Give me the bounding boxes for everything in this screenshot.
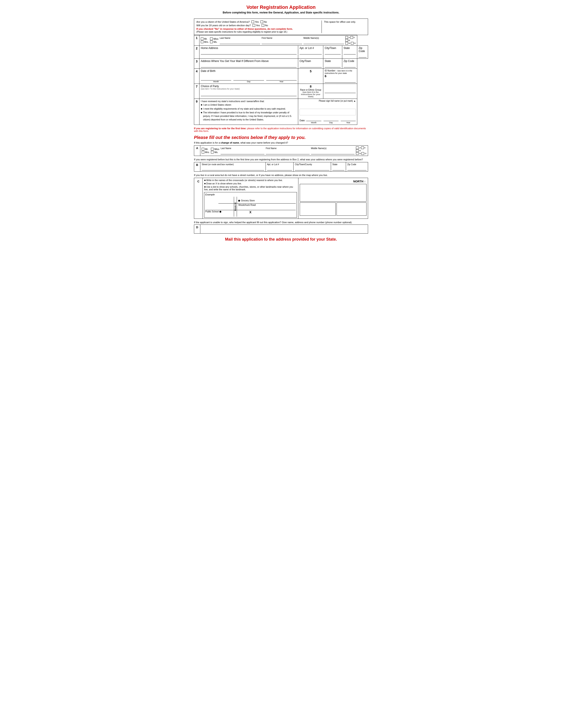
a-jr-checkbox[interactable] bbox=[356, 146, 358, 149]
yes2-checkbox[interactable] bbox=[253, 24, 255, 27]
map-draw-bottom-left[interactable] bbox=[300, 202, 335, 216]
row78: 7 Choice of Party (see item 7 in the ins… bbox=[194, 84, 368, 99]
a-suffix3-checkbox[interactable] bbox=[356, 149, 358, 152]
oath1: I am a United States citizen bbox=[203, 103, 231, 107]
suffix3-checkbox[interactable] bbox=[345, 39, 348, 42]
mrs-checkbox[interactable] bbox=[201, 41, 204, 43]
grocery-store: Grocery Store bbox=[238, 199, 255, 202]
change-name-note: If this application is for a change of n… bbox=[194, 141, 368, 144]
section-d-table: D bbox=[194, 225, 368, 234]
a-mr-checkbox[interactable] bbox=[202, 148, 204, 150]
row4-number: 4 bbox=[194, 69, 200, 84]
party-label: Choice of Party bbox=[201, 85, 296, 88]
age-note: (Please see state-specific instructions … bbox=[196, 31, 319, 33]
apt-lot-label: Apt. or Lot # bbox=[299, 47, 322, 50]
party-note: (see item 7 in the instructions for your… bbox=[201, 88, 296, 90]
city-town-label2: City/Town bbox=[324, 47, 341, 50]
sr-checkbox[interactable] bbox=[345, 42, 348, 45]
a-miss-checkbox[interactable] bbox=[211, 148, 214, 150]
month-label9: Month bbox=[306, 122, 321, 124]
section-c-table: C ■ Write in the names of the crossroads… bbox=[194, 178, 368, 219]
c-bullet2: ■ Draw an X to show where you live. bbox=[204, 182, 297, 185]
a-last-name-label: Last Name bbox=[221, 147, 265, 150]
section-d-note: If the applicant is unable to sign, who … bbox=[194, 221, 368, 224]
b-zip-label: Zip Code bbox=[347, 163, 366, 166]
race-label: Race or Ethnic Group bbox=[299, 89, 322, 91]
a-suffix4-checkbox[interactable] bbox=[361, 152, 364, 155]
id-label: ID Number - See item 6 in the instructio… bbox=[324, 69, 356, 74]
zip-code-label2: Zip Code bbox=[358, 47, 366, 53]
row3-mail-address: 3 Address Where You Get Your Mail If Dif… bbox=[194, 59, 368, 69]
citizen-question2: Will you be 18 years old on or before el… bbox=[196, 24, 251, 27]
a-mrs-checkbox[interactable] bbox=[202, 151, 204, 153]
middle-name-label: Middle Name(s) bbox=[303, 37, 344, 39]
row9-oath: 9 I have reviewed my state's instruction… bbox=[194, 99, 368, 125]
section-c-label: C bbox=[194, 178, 203, 219]
row9-number: 9 bbox=[194, 99, 200, 125]
row5-number: 5 bbox=[298, 69, 323, 84]
suffix2-checkbox[interactable] bbox=[350, 36, 353, 39]
row1-number: 1 bbox=[194, 35, 200, 46]
please-fill-header: Please fill out the sections below if th… bbox=[194, 135, 368, 140]
mr-checkbox[interactable] bbox=[201, 37, 204, 40]
miss-checkbox[interactable] bbox=[210, 37, 213, 40]
row2-address: 2 Home Address Apt. or Lot # City/Town S… bbox=[194, 46, 368, 59]
map-draw-bottom bbox=[300, 202, 366, 216]
date-label: Date: bbox=[299, 119, 305, 122]
section-a-label: A bbox=[194, 146, 200, 156]
main-form-table: 1 Mr. Mrs. Miss Ms. Last Name First Name bbox=[194, 35, 368, 125]
registered-before-note: If you were registered before but this i… bbox=[194, 158, 368, 161]
c-bullet3: ■ Use a dot to show any schools, churche… bbox=[204, 185, 297, 191]
b-apt-lot-label: Apt. or Lot # bbox=[267, 163, 292, 166]
map-draw-top[interactable] bbox=[300, 184, 366, 202]
section-a-table: A Mr. Mrs. Miss Ms. Last Name First Name bbox=[194, 145, 368, 156]
row456: 4 Date of Birth Month Day Year 5 bbox=[194, 69, 368, 84]
state-label2: State bbox=[343, 47, 356, 50]
map-draw-bottom-right[interactable] bbox=[336, 202, 366, 216]
home-address-label: Home Address bbox=[201, 47, 296, 50]
zip-code-label3: Zip Code bbox=[343, 60, 356, 63]
citizen-question1: Are you a citizen of the United States o… bbox=[196, 21, 250, 23]
x-mark: X bbox=[249, 210, 251, 214]
day-label9: Day bbox=[323, 122, 338, 124]
map-example: Example Route #2 Grocery Store Woo bbox=[204, 192, 297, 218]
ms-checkbox[interactable] bbox=[210, 41, 213, 43]
section-b-label: B bbox=[194, 162, 200, 172]
a-ms-checkbox[interactable] bbox=[211, 151, 214, 153]
c-bullet1: ■ Write in the names of the crossroads (… bbox=[204, 179, 297, 182]
jr-checkbox[interactable] bbox=[345, 36, 348, 39]
oath-intro: I have reviewed my state's instructions … bbox=[201, 100, 296, 103]
route-label: Route #2 bbox=[234, 202, 237, 211]
race-note: (see item 8 in the instructions for your… bbox=[299, 91, 322, 98]
a-sr-checkbox[interactable] bbox=[356, 152, 358, 155]
woodchuck-road: Woodchuck Road bbox=[238, 204, 256, 206]
oath3: The information I have provided is true … bbox=[203, 111, 296, 121]
no1-checkbox[interactable] bbox=[261, 21, 263, 23]
dob-label: Date of Birth bbox=[201, 69, 296, 73]
suffix4-checkbox[interactable] bbox=[351, 42, 353, 45]
section-b-table: B Street (or route and box number) Apt. … bbox=[194, 162, 368, 172]
office-use-text: This space for office use only. bbox=[324, 21, 356, 23]
state-label3: State bbox=[324, 60, 341, 63]
oath2: I meet the eligibility requirements of m… bbox=[203, 107, 285, 111]
row1-name: 1 Mr. Mrs. Miss Ms. Last Name First Name bbox=[194, 35, 368, 46]
yes1-checkbox[interactable] bbox=[252, 21, 254, 23]
no2-checkbox[interactable] bbox=[262, 24, 264, 27]
row6-number: 6 bbox=[324, 74, 356, 78]
month-label4: Month bbox=[201, 80, 231, 83]
page-subtitle: Before completing this form, review the … bbox=[194, 11, 368, 14]
section-d-field[interactable] bbox=[200, 225, 368, 234]
first-time-note: If you are registering to vote for the f… bbox=[194, 127, 368, 132]
rural-note: If you live in a rural area but do not h… bbox=[194, 174, 368, 176]
page-title: Voter Registration Application bbox=[194, 4, 368, 10]
b-street-label: Street (or route and box number) bbox=[202, 163, 264, 166]
no-complete-warning: If you checked "No" in response to eithe… bbox=[196, 28, 319, 30]
year-label9: Year bbox=[341, 122, 356, 124]
mail-address-label: Address Where You Get Your Mail If Diffe… bbox=[201, 60, 296, 63]
public-school: Public School bbox=[205, 210, 221, 213]
citizen-questions-box: Are you a citizen of the United States o… bbox=[194, 19, 368, 35]
first-name-label: First Name bbox=[262, 37, 302, 39]
north-label: NORTH ↑ bbox=[300, 179, 366, 184]
a-suffix2-checkbox[interactable] bbox=[361, 146, 364, 149]
last-name-label: Last Name bbox=[220, 37, 260, 39]
